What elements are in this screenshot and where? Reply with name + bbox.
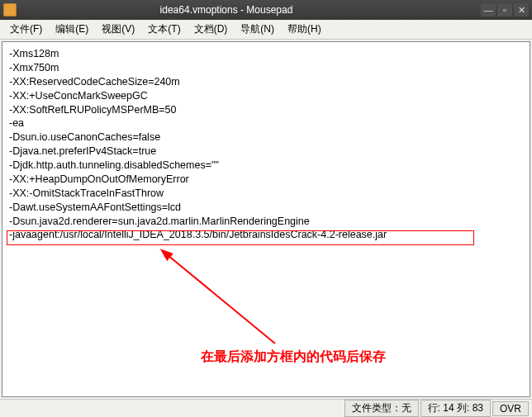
text-editor[interactable]: -Xms128m -Xmx750m -XX:ReservedCodeCacheS… xyxy=(2,41,530,397)
editor-line: -XX:+UseConcMarkSweepGC xyxy=(9,89,523,103)
status-mode: OVR xyxy=(492,401,529,416)
maximize-button[interactable]: ▫ xyxy=(497,3,512,17)
annotation-text: 在最后添加方框内的代码后保存 xyxy=(201,348,386,366)
close-button[interactable]: ✕ xyxy=(514,3,529,17)
menu-edit[interactable]: 编辑(E) xyxy=(49,21,95,38)
menu-text[interactable]: 文本(T) xyxy=(141,21,187,38)
editor-line: -XX:+HeapDumpOnOutOfMemoryError xyxy=(9,173,523,187)
editor-line: -XX:-OmitStackTraceInFastThrow xyxy=(9,187,523,201)
titlebar: idea64.vmoptions - Mousepad — ▫ ✕ xyxy=(0,0,532,20)
editor-line: -XX:ReservedCodeCacheSize=240m xyxy=(9,75,523,89)
editor-line: -Dawt.useSystemAAFontSettings=lcd xyxy=(9,201,523,215)
menu-help[interactable]: 帮助(H) xyxy=(281,21,328,38)
window-controls: — ▫ ✕ xyxy=(481,3,529,17)
menubar: 文件(F) 编辑(E) 视图(V) 文本(T) 文档(D) 导航(N) 帮助(H… xyxy=(0,20,532,40)
editor-line: -Dsun.io.useCanonCaches=false xyxy=(9,130,523,145)
editor-line: -Djava.net.preferIPv4Stack=true xyxy=(9,145,523,159)
editor-line: -javaagent:/usr/local/IntelliJ_IDEA_2018… xyxy=(9,228,523,242)
editor-line: -Dsun.java2d.renderer=sun.java2d.marlin.… xyxy=(9,215,523,229)
editor-line: -ea xyxy=(9,116,523,130)
window-title: idea64.vmoptions - Mousepad xyxy=(21,4,481,16)
menu-navigate[interactable]: 导航(N) xyxy=(234,21,281,38)
editor-line: -Xms128m xyxy=(9,47,523,61)
menu-file[interactable]: 文件(F) xyxy=(3,21,49,38)
editor-line: -XX:SoftRefLRUPolicyMSPerMB=50 xyxy=(9,103,523,117)
minimize-button[interactable]: — xyxy=(481,3,496,17)
menu-view[interactable]: 视图(V) xyxy=(95,21,141,38)
svg-line-0 xyxy=(168,255,275,344)
status-position: 行: 14 列: 83 xyxy=(420,400,491,417)
editor-line: -Djdk.http.auth.tunneling.disabledScheme… xyxy=(9,159,523,173)
editor-line: -Xmx750m xyxy=(9,61,523,75)
annotation-arrow-icon xyxy=(159,249,292,356)
editor-container: -Xms128m -Xmx750m -XX:ReservedCodeCacheS… xyxy=(0,40,532,399)
app-icon xyxy=(3,3,17,17)
menu-document[interactable]: 文档(D) xyxy=(188,21,235,38)
status-filetype: 文件类型：无 xyxy=(344,400,419,417)
statusbar: 文件类型：无 行: 14 列: 83 OVR xyxy=(0,399,532,417)
